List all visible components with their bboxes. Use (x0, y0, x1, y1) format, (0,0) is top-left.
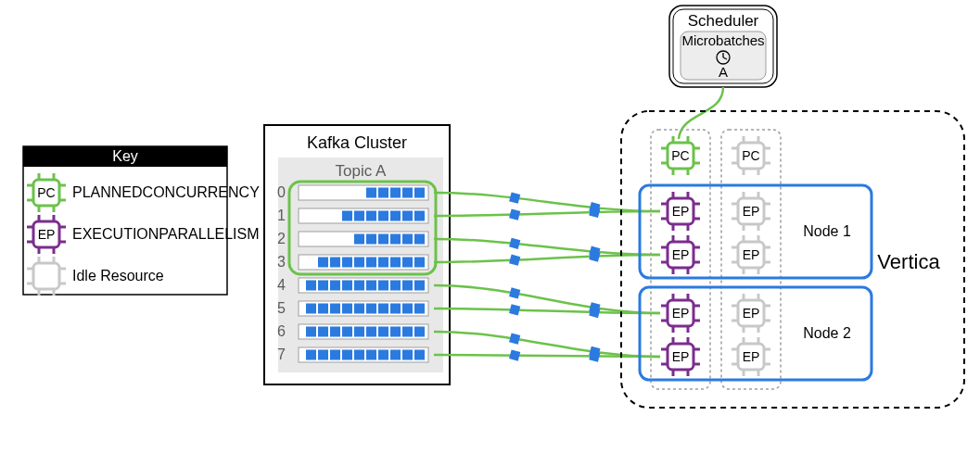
svg-rect-70 (354, 327, 364, 337)
ep-chip: EP (661, 192, 700, 231)
partition-number: 6 (277, 323, 286, 339)
svg-rect-30 (414, 234, 425, 245)
microbatch-a: A (719, 64, 728, 80)
svg-rect-85 (509, 193, 520, 204)
flow-dots (509, 193, 600, 362)
svg-rect-29 (342, 211, 352, 221)
svg-rect-81 (342, 350, 352, 360)
svg-rect-75 (414, 350, 425, 360)
pc-idle-chip: PC (732, 136, 770, 175)
partition-number: 1 (277, 208, 286, 223)
svg-rect-84 (306, 350, 316, 360)
ep-idle-chip: EP (732, 337, 770, 376)
svg-rect-18 (414, 188, 425, 198)
svg-text:PC: PC (742, 148, 759, 163)
svg-rect-87 (509, 208, 520, 220)
partition-number: 2 (277, 231, 286, 246)
svg-rect-61 (342, 304, 352, 314)
svg-rect-74 (306, 327, 316, 337)
svg-rect-43 (330, 258, 340, 268)
svg-text:EP: EP (672, 349, 690, 364)
kafka-cluster: Kafka Cluster Topic A 01234567 (264, 125, 450, 384)
svg-rect-41 (354, 258, 364, 268)
svg-rect-39 (378, 258, 388, 268)
svg-rect-47 (390, 281, 401, 291)
svg-text:EP: EP (672, 247, 690, 262)
svg-rect-42 (342, 258, 352, 268)
svg-rect-73 (318, 327, 328, 337)
microbatches-label: Microbatches (681, 32, 764, 48)
svg-rect-54 (306, 281, 316, 291)
svg-rect-83 (318, 350, 328, 360)
svg-rect-45 (414, 281, 425, 291)
svg-rect-23 (414, 211, 425, 221)
svg-text:EP: EP (672, 204, 690, 219)
svg-rect-77 (390, 350, 401, 360)
svg-rect-71 (342, 327, 352, 337)
flow-lines (434, 193, 660, 357)
svg-rect-28 (354, 211, 364, 221)
svg-rect-56 (402, 304, 413, 314)
svg-rect-21 (378, 188, 388, 198)
node1-label: Node 1 (803, 223, 851, 239)
node2-label: Node 2 (803, 325, 851, 341)
svg-rect-22 (366, 188, 376, 198)
svg-rect-69 (366, 327, 376, 337)
svg-rect-34 (366, 234, 376, 245)
key-label-pc: PLANNEDCONCURRENCY (72, 184, 260, 200)
svg-text:EP: EP (743, 306, 760, 321)
ep-idle-chip: EP (732, 294, 770, 333)
svg-rect-68 (378, 327, 388, 337)
svg-rect-27 (366, 211, 376, 221)
svg-rect-51 (342, 281, 352, 291)
svg-rect-32 (390, 234, 401, 245)
svg-rect-80 (354, 350, 364, 360)
svg-rect-95 (509, 304, 520, 315)
svg-rect-46 (402, 281, 413, 291)
svg-text:EP: EP (672, 306, 690, 321)
svg-rect-19 (402, 188, 413, 198)
svg-rect-60 (354, 304, 364, 314)
svg-rect-58 (378, 304, 388, 314)
svg-rect-20 (390, 188, 401, 198)
ep-chip: EP (661, 235, 700, 274)
svg-text:EP: EP (743, 349, 760, 364)
key-box: Key PC PLANNEDCONCURRENCY EP EXECUTIONPA… (23, 146, 260, 296)
svg-rect-35 (354, 234, 364, 245)
topic-title: Topic A (336, 162, 387, 180)
svg-rect-65 (414, 327, 425, 337)
svg-rect-59 (366, 304, 376, 314)
svg-rect-26 (378, 211, 388, 221)
svg-rect-24 (402, 211, 413, 221)
key-label-idle: Idle Resource (72, 268, 164, 283)
svg-rect-62 (330, 304, 340, 314)
svg-rect-63 (318, 304, 328, 314)
partition-number: 3 (277, 254, 286, 270)
ep-idle-chip: EP (732, 235, 770, 274)
svg-rect-82 (330, 350, 340, 360)
scheduler-title: Scheduler (688, 12, 759, 30)
ep-idle-chip: EP (732, 192, 770, 231)
svg-rect-40 (366, 258, 376, 268)
partition-number: 5 (277, 300, 286, 316)
vertica-cluster: Vertica PC PC Node 1 Node 2 EP EP EP EP … (621, 111, 964, 408)
ep-chip: EP (661, 337, 700, 376)
svg-rect-91 (509, 255, 520, 266)
svg-rect-38 (390, 258, 401, 268)
svg-rect-31 (402, 234, 413, 245)
partition-number: 0 (277, 184, 286, 200)
svg-rect-57 (390, 304, 401, 314)
svg-rect-89 (509, 238, 520, 249)
svg-rect-66 (402, 327, 413, 337)
svg-text:EP: EP (743, 247, 760, 262)
svg-rect-55 (414, 304, 425, 314)
svg-rect-53 (318, 281, 328, 291)
vertica-label: Vertica (877, 250, 940, 273)
partition-number: 4 (277, 277, 286, 293)
svg-rect-67 (390, 327, 401, 337)
key-title: Key (112, 148, 138, 164)
svg-rect-76 (402, 350, 413, 360)
svg-rect-37 (402, 258, 413, 268)
svg-text:EP: EP (38, 227, 56, 242)
key-label-ep: EXECUTIONPARALLELISM (72, 226, 260, 242)
